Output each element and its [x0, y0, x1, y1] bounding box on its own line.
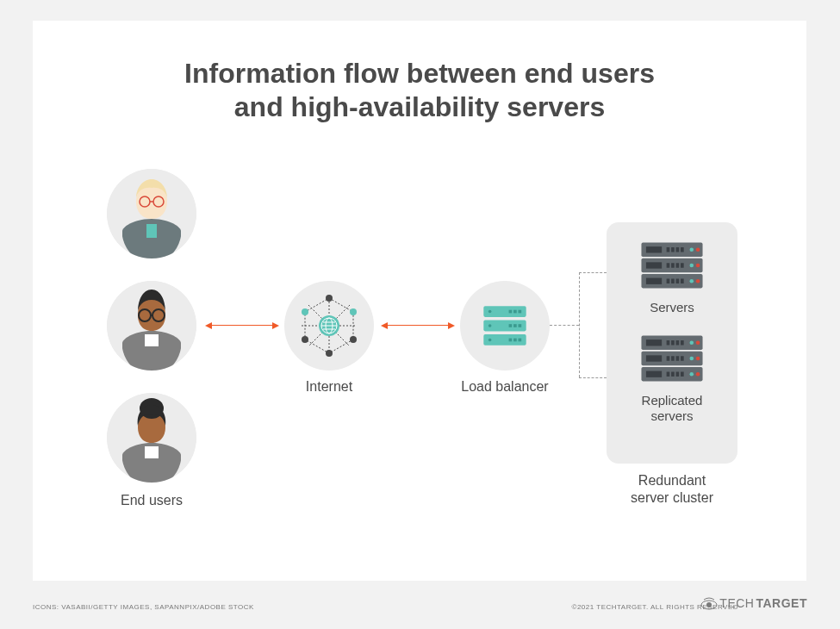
- load-balancer-label: Load balancer: [451, 379, 558, 395]
- icons-credit: ICONS: VASABII/GETTY IMAGES, SAPANNPIX/A…: [33, 603, 254, 611]
- svg-point-27: [350, 308, 357, 315]
- svg-rect-33: [509, 310, 513, 314]
- dashed-connector: [579, 272, 580, 377]
- svg-rect-61: [676, 278, 680, 283]
- arrow-head-icon: [205, 322, 212, 329]
- svg-point-89: [690, 357, 694, 361]
- person-icon: [107, 393, 196, 483]
- arrow-head-icon: [381, 322, 388, 329]
- svg-rect-85: [676, 371, 680, 376]
- svg-rect-58: [681, 263, 684, 267]
- svg-point-65: [690, 264, 694, 268]
- brand-prefix: Tech: [719, 596, 754, 610]
- svg-point-66: [696, 264, 700, 268]
- svg-rect-52: [671, 247, 675, 252]
- svg-point-68: [696, 279, 700, 283]
- svg-rect-55: [667, 263, 670, 267]
- svg-rect-12: [145, 446, 159, 458]
- end-user-avatar-2: [107, 281, 196, 371]
- svg-rect-1: [146, 224, 157, 238]
- svg-rect-56: [671, 263, 675, 267]
- svg-point-24: [326, 295, 333, 302]
- svg-point-25: [326, 350, 333, 357]
- svg-rect-76: [671, 340, 675, 345]
- arrow-internet-lb: [388, 325, 448, 326]
- diagram-canvas: Information flow between end users and h…: [33, 21, 806, 581]
- arrow-head-icon: [272, 322, 279, 329]
- svg-point-43: [488, 324, 492, 327]
- svg-point-26: [302, 308, 308, 315]
- title-line-1: Information flow between end users: [184, 58, 655, 89]
- dashed-connector: [579, 377, 607, 378]
- svg-rect-54: [681, 247, 684, 252]
- svg-point-67: [690, 279, 694, 283]
- replicated-servers-label: Replicated servers: [642, 393, 703, 424]
- svg-rect-83: [667, 371, 670, 376]
- svg-rect-6: [145, 334, 159, 346]
- redundant-cluster-label: Redundant server cluster: [607, 472, 737, 507]
- dashed-connector: [550, 325, 579, 326]
- svg-rect-79: [667, 356, 670, 360]
- svg-rect-82: [681, 356, 684, 360]
- svg-point-63: [690, 248, 694, 252]
- svg-rect-60: [671, 278, 675, 283]
- svg-rect-77: [676, 340, 680, 345]
- svg-point-44: [488, 339, 492, 342]
- svg-point-92: [696, 372, 700, 377]
- svg-point-94: [706, 602, 712, 607]
- svg-rect-74: [646, 371, 662, 377]
- title-line-2: and high-availability servers: [234, 91, 605, 122]
- internet-node: [284, 281, 374, 371]
- svg-rect-75: [667, 340, 670, 345]
- svg-rect-39: [509, 339, 513, 342]
- svg-rect-86: [681, 371, 684, 376]
- svg-point-29: [350, 336, 357, 343]
- svg-rect-81: [676, 356, 680, 360]
- svg-point-42: [488, 310, 492, 314]
- svg-rect-59: [667, 278, 670, 283]
- svg-rect-40: [513, 339, 517, 342]
- svg-rect-51: [667, 247, 670, 252]
- servers-label: Servers: [650, 300, 694, 315]
- svg-point-91: [690, 372, 694, 377]
- diagram-title: Information flow between end users and h…: [33, 21, 806, 124]
- end-user-avatar-1: [107, 169, 196, 258]
- svg-point-64: [696, 248, 700, 252]
- svg-rect-41: [519, 339, 522, 342]
- svg-rect-35: [519, 310, 522, 314]
- svg-rect-37: [513, 324, 517, 327]
- arrow-head-icon: [448, 322, 455, 329]
- techtarget-logo: TechTarget: [700, 596, 807, 610]
- svg-rect-53: [676, 247, 680, 252]
- server-stack-icon: [477, 298, 532, 353]
- end-user-avatar-3: [107, 393, 196, 483]
- end-users-label: End users: [107, 493, 196, 508]
- svg-rect-50: [646, 278, 662, 284]
- load-balancer-node: [460, 281, 550, 371]
- server-rack-icon: [637, 238, 707, 293]
- internet-label: Internet: [284, 379, 374, 395]
- svg-rect-62: [681, 278, 684, 283]
- redundant-cluster-box: Servers Replicated servers: [607, 222, 737, 464]
- svg-point-88: [696, 341, 700, 346]
- dashed-connector: [579, 272, 607, 273]
- footer: ICONS: VASABII/GETTY IMAGES, SAPANNPIX/A…: [33, 596, 807, 622]
- svg-rect-80: [671, 356, 675, 360]
- svg-rect-38: [519, 324, 522, 327]
- svg-point-87: [690, 341, 694, 346]
- svg-rect-84: [671, 371, 675, 376]
- svg-rect-49: [646, 262, 662, 268]
- svg-point-28: [302, 336, 308, 343]
- svg-rect-73: [646, 355, 662, 361]
- arrow-users-internet: [212, 325, 272, 326]
- svg-rect-48: [646, 246, 662, 252]
- brand-suffix: Target: [756, 596, 807, 610]
- svg-rect-72: [646, 339, 662, 346]
- svg-rect-57: [676, 263, 680, 267]
- svg-rect-36: [509, 324, 513, 327]
- server-rack-icon: [637, 331, 707, 386]
- person-icon: [107, 169, 196, 258]
- svg-rect-78: [681, 340, 684, 345]
- person-icon: [107, 281, 196, 371]
- globe-network-icon: [295, 291, 364, 360]
